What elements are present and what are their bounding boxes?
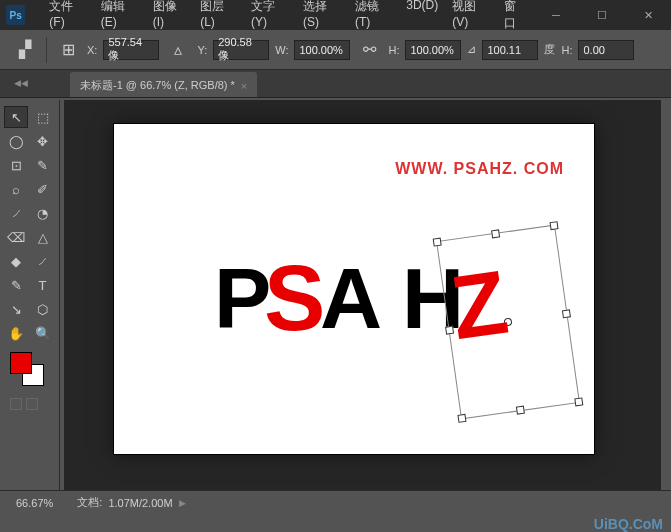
reference-point-icon[interactable]: ⊞	[55, 37, 81, 63]
menu-edit[interactable]: 编辑(E)	[95, 0, 145, 36]
quick-mask-icon[interactable]	[10, 398, 22, 410]
panel-collapse-icon[interactable]: ◀◀	[14, 78, 28, 88]
canvas[interactable]: WWW. PSAHZ. COM P S A H Z	[114, 124, 594, 454]
watermark-url-text: WWW. PSAHZ. COM	[395, 160, 564, 178]
y-field[interactable]: 290.58 像	[213, 40, 269, 60]
quick-mask-controls	[4, 398, 55, 410]
transform-handle-tr[interactable]	[550, 221, 559, 230]
menu-file[interactable]: 文件(F)	[43, 0, 92, 36]
transform-handle-br[interactable]	[574, 397, 583, 406]
window-controls: ─ ☐ ✕	[533, 0, 671, 30]
color-swatches	[4, 352, 55, 394]
h-label: H:	[388, 44, 399, 56]
dodge-tool-icon[interactable]: ⟋	[31, 250, 55, 272]
h2-label: H:	[561, 44, 572, 56]
brush-tool-icon[interactable]: ✐	[31, 178, 55, 200]
tool-grid: ↖ ⬚ ◯ ✥ ⊡ ✎ ⌕ ✐ ⟋ ◔ ⌫ △ ◆ ⟋ ✎ T ↘ ⬡ ✋ 🔍	[4, 106, 55, 344]
options-bar: ▞ ⊞ X: 557.54 像 ▵ Y: 290.58 像 W: 100.00%…	[0, 30, 671, 70]
transform-tool-icon[interactable]: ▞	[12, 37, 38, 63]
foreground-color[interactable]	[10, 352, 32, 374]
doc-info-value: 1.07M/2.00M	[108, 497, 172, 509]
link-wh-icon[interactable]: ⚯	[356, 37, 382, 63]
zoom-level[interactable]: 66.67%	[16, 497, 53, 509]
transform-handle-tm[interactable]	[491, 229, 500, 238]
eyedropper-tool-icon[interactable]: ✎	[31, 154, 55, 176]
menu-bar: 文件(F) 编辑(E) 图像(I) 图层(L) 文字(Y) 选择(S) 滤镜(T…	[43, 0, 533, 36]
gradient-tool-icon[interactable]: △	[31, 226, 55, 248]
zoom-value: 66.67%	[16, 497, 53, 509]
letter-p: P	[214, 249, 271, 348]
letter-a: A	[320, 249, 382, 348]
x-label: X:	[87, 44, 97, 56]
menu-window[interactable]: 窗口	[498, 0, 533, 36]
pen-tool-icon[interactable]: ✎	[4, 274, 28, 296]
work-area: WWW. PSAHZ. COM P S A H Z	[64, 100, 661, 490]
zoom-tool-icon[interactable]: 🔍	[31, 322, 55, 344]
swap-xy-icon[interactable]: ▵	[165, 37, 191, 63]
angle-icon: ⊿	[467, 43, 476, 56]
app-logo-icon: Ps	[6, 5, 25, 25]
menu-image[interactable]: 图像(I)	[147, 0, 193, 36]
menu-view[interactable]: 视图(V)	[446, 0, 496, 36]
close-button[interactable]: ✕	[625, 0, 671, 30]
h-field[interactable]: 100.00%	[405, 40, 461, 60]
menu-3d[interactable]: 3D(D)	[400, 0, 444, 36]
tab-close-icon[interactable]: ×	[241, 80, 247, 92]
menu-type[interactable]: 文字(Y)	[245, 0, 295, 36]
title-bar: Ps 文件(F) 编辑(E) 图像(I) 图层(L) 文字(Y) 选择(S) 滤…	[0, 0, 671, 30]
path-select-tool-icon[interactable]: ↘	[4, 298, 28, 320]
transform-handle-mr[interactable]	[562, 309, 571, 318]
doc-info-arrow-icon[interactable]: ▶	[179, 498, 186, 508]
move-tool-icon[interactable]: ↖	[4, 106, 28, 128]
doc-info-label: 文档:	[77, 495, 102, 510]
document-info[interactable]: 文档: 1.07M/2.00M ▶	[77, 495, 185, 510]
crop-tool-icon[interactable]: ⊡	[4, 154, 28, 176]
history-brush-tool-icon[interactable]: ◔	[31, 202, 55, 224]
transform-handle-bm[interactable]	[516, 406, 525, 415]
hand-tool-icon[interactable]: ✋	[4, 322, 28, 344]
eraser-tool-icon[interactable]: ⌫	[4, 226, 28, 248]
lasso-tool-icon[interactable]: ✥	[31, 130, 55, 152]
x-field[interactable]: 557.54 像	[103, 40, 159, 60]
page-watermark: UiBQ.CoM	[594, 516, 663, 532]
angle-field[interactable]: 100.11	[482, 40, 538, 60]
w-field[interactable]: 100.00%	[294, 40, 350, 60]
transform-handle-ml[interactable]	[445, 326, 454, 335]
marquee-tool-icon[interactable]: ◯	[4, 130, 28, 152]
menu-layer[interactable]: 图层(L)	[194, 0, 243, 36]
shape-tool-icon[interactable]: ⬡	[31, 298, 55, 320]
clone-tool-icon[interactable]: ⟋	[4, 202, 28, 224]
transform-handle-bl[interactable]	[457, 414, 466, 423]
blur-tool-icon[interactable]: ◆	[4, 250, 28, 272]
type-tool-icon[interactable]: T	[31, 274, 55, 296]
w-label: W:	[275, 44, 288, 56]
toolbox: ↖ ⬚ ◯ ✥ ⊡ ✎ ⌕ ✐ ⟋ ◔ ⌫ △ ◆ ⟋ ✎ T ↘ ⬡ ✋ 🔍	[0, 100, 60, 490]
document-tab-bar: 未标题-1 @ 66.7% (Z, RGB/8) * ×	[0, 70, 671, 98]
maximize-button[interactable]: ☐	[579, 0, 625, 30]
screen-mode-icon[interactable]	[26, 398, 38, 410]
transform-handle-tl[interactable]	[433, 238, 442, 247]
letter-s: S	[264, 246, 325, 351]
document-tab[interactable]: 未标题-1 @ 66.7% (Z, RGB/8) * ×	[70, 72, 257, 97]
y-label: Y:	[197, 44, 207, 56]
artboard-tool-icon[interactable]: ⬚	[31, 106, 55, 128]
h2-field[interactable]: 0.00	[578, 40, 634, 60]
spot-heal-tool-icon[interactable]: ⌕	[4, 178, 28, 200]
document-tab-title: 未标题-1 @ 66.7% (Z, RGB/8) *	[80, 78, 235, 93]
angle-unit: 度	[544, 42, 555, 57]
status-bar: 66.67% 文档: 1.07M/2.00M ▶	[0, 490, 671, 514]
minimize-button[interactable]: ─	[533, 0, 579, 30]
menu-select[interactable]: 选择(S)	[297, 0, 347, 36]
separator	[46, 37, 47, 63]
menu-filter[interactable]: 滤镜(T)	[349, 0, 398, 36]
